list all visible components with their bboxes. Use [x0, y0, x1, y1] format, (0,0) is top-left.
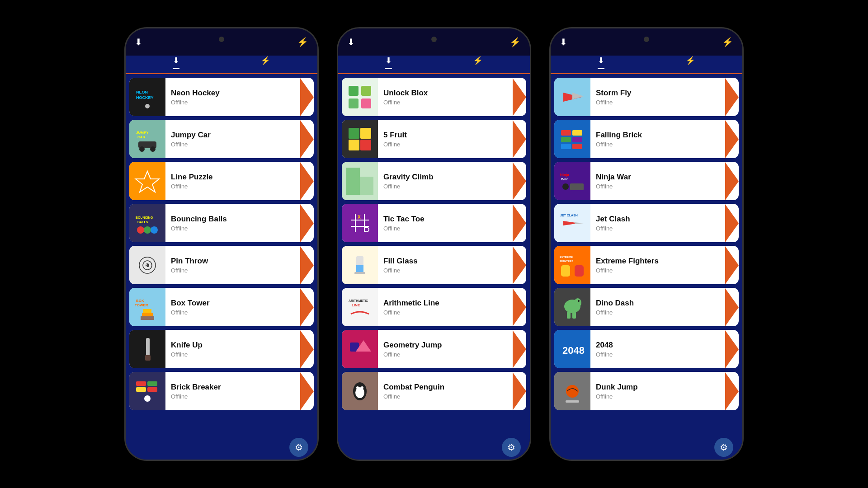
list-item[interactable]: JUMPYCAR Jumpy Car Offline — [129, 120, 314, 158]
flash-icon-1: ⚡ — [297, 37, 308, 47]
tab-download-3[interactable]: ⬇ — [598, 56, 604, 69]
phone-header-2: ⬇ ⚡ — [338, 56, 530, 74]
tab-download-2[interactable]: ⬇ — [385, 56, 392, 69]
game-list-2: Unlock Blox Offline 5 Fruit Offline Grav… — [338, 74, 530, 435]
list-item[interactable]: 2048 2048 Offline — [554, 330, 739, 368]
game-status: Offline — [171, 225, 308, 232]
game-name: Ninja War — [596, 173, 733, 182]
game-info-5-fruit: 5 Fruit Offline — [378, 127, 526, 151]
game-thumb-fill-glass — [342, 246, 378, 284]
list-item[interactable]: Fill Glass Offline — [342, 246, 526, 284]
list-item[interactable]: NEON HOCKEY Neon Hockey Offline — [129, 78, 314, 116]
phone-footer-2: ⚙ — [338, 435, 530, 460]
list-item[interactable]: 5 Pin Throw Offline — [129, 246, 314, 284]
game-arrow — [300, 330, 314, 368]
svg-point-71 — [355, 387, 364, 398]
game-info-falling-brick: Falling Brick Offline — [590, 127, 739, 151]
list-item[interactable]: JET CLASH Jet Clash Offline — [554, 204, 739, 242]
list-item[interactable]: Storm Fly Offline — [554, 78, 739, 116]
list-item[interactable]: Geometry Jump Offline — [342, 330, 526, 368]
list-item[interactable]: Unlock Blox Offline — [342, 78, 526, 116]
list-item[interactable]: NinjaWar Ninja War Offline — [554, 162, 739, 200]
list-item[interactable]: Falling Brick Offline — [554, 120, 739, 158]
list-item[interactable]: Brick Breaker Offline — [129, 372, 314, 410]
game-arrow — [513, 246, 526, 284]
game-arrow — [513, 78, 526, 116]
list-item[interactable]: BOUNCINGBALLS Bouncing Balls Offline — [129, 204, 314, 242]
game-info-combat-penguin: Combat Penguin Offline — [378, 379, 526, 404]
game-status: Offline — [171, 267, 308, 274]
list-item[interactable]: Gravity Climb Offline — [342, 162, 526, 200]
list-item[interactable]: Dunk Jump Offline — [554, 372, 739, 410]
svg-rect-35 — [136, 387, 146, 392]
svg-rect-46 — [349, 140, 359, 150]
game-arrow — [725, 120, 739, 158]
game-info-gravity-climb: Gravity Climb Offline — [378, 169, 526, 193]
svg-text:BOUNCING: BOUNCING — [136, 216, 153, 219]
phone-footer-1: ⚙ — [126, 435, 317, 460]
game-arrow — [300, 288, 314, 326]
list-item[interactable]: Combat Penguin Offline — [342, 372, 526, 410]
game-info-pin-throw: Pin Throw Offline — [165, 253, 314, 277]
list-item[interactable]: Line Puzzle Offline — [129, 162, 314, 200]
tab-flash-2[interactable]: ⚡ — [473, 56, 483, 69]
settings-button-3[interactable]: ⚙ — [714, 438, 733, 457]
svg-text:JUMPY: JUMPY — [136, 131, 149, 135]
svg-point-72 — [356, 386, 359, 389]
game-name: Brick Breaker — [171, 383, 308, 392]
game-arrow — [725, 330, 739, 368]
flash-icon-2: ⚡ — [509, 37, 521, 47]
svg-rect-79 — [572, 130, 582, 136]
game-status: Offline — [383, 141, 521, 148]
tab-download-1[interactable]: ⬇ — [173, 56, 179, 69]
game-info-jet-clash: Jet Clash Offline — [590, 211, 739, 235]
game-status: Offline — [383, 267, 521, 274]
svg-rect-96 — [561, 265, 570, 277]
game-info-geometry-jump: Geometry Jump Offline — [378, 337, 526, 361]
game-status: Offline — [596, 225, 733, 232]
game-status: Offline — [383, 309, 521, 316]
svg-text:FIGHTERS: FIGHTERS — [560, 260, 573, 263]
settings-button-2[interactable]: ⚙ — [502, 438, 521, 457]
game-arrow — [513, 204, 526, 242]
tab-flash-3[interactable]: ⚡ — [685, 56, 695, 69]
game-name: Jumpy Car — [171, 131, 308, 140]
camera-1 — [219, 37, 224, 42]
game-thumb-extreme-fighters: EXTREMEFIGHTERS — [554, 246, 590, 284]
svg-point-73 — [361, 386, 363, 389]
game-thumb-dino-dash — [554, 288, 590, 326]
game-name: Box Tower — [171, 299, 308, 308]
game-name: Unlock Blox — [383, 89, 521, 98]
game-arrow — [725, 246, 739, 284]
svg-rect-82 — [561, 144, 571, 149]
phone-notch-3: ⬇ ⚡ — [551, 28, 742, 56]
svg-rect-88 — [570, 183, 584, 190]
list-item[interactable]: X Tic Tac Toe Offline — [342, 204, 526, 242]
download-icon-3: ⬇ — [560, 37, 567, 47]
svg-text:BALLS: BALLS — [137, 221, 148, 224]
game-thumb-brick-breaker — [129, 372, 165, 410]
list-item[interactable]: BOXTOWER Box Tower Offline — [129, 288, 314, 326]
svg-rect-41 — [349, 99, 359, 108]
game-name: Neon Hockey — [171, 89, 308, 98]
game-thumb-jet-clash: JET CLASH — [554, 204, 590, 242]
svg-rect-34 — [147, 381, 157, 386]
svg-text:CAR: CAR — [137, 135, 146, 139]
settings-button-1[interactable]: ⚙ — [289, 438, 308, 457]
list-item[interactable]: Knife Up Offline — [129, 330, 314, 368]
svg-rect-45 — [360, 128, 371, 139]
list-item[interactable]: 5 Fruit Offline — [342, 120, 526, 158]
game-name: Gravity Climb — [383, 173, 521, 182]
game-arrow — [300, 78, 314, 116]
svg-rect-97 — [575, 265, 584, 277]
list-item[interactable]: ARITHMETICLINE Arithmetic Line Offline — [342, 288, 526, 326]
game-status: Offline — [383, 351, 521, 358]
list-item[interactable]: Dino Dash Offline — [554, 288, 739, 326]
svg-rect-80 — [561, 137, 571, 142]
svg-rect-40 — [361, 86, 371, 96]
flash-icon-3: ⚡ — [722, 37, 733, 47]
game-name: Dunk Jump — [596, 383, 733, 392]
list-item[interactable]: EXTREMEFIGHTERS Extreme Fighters Offline — [554, 246, 739, 284]
game-list-1: NEON HOCKEY Neon Hockey Offline JUMPYCAR… — [126, 74, 317, 435]
tab-flash-1[interactable]: ⚡ — [260, 56, 270, 69]
